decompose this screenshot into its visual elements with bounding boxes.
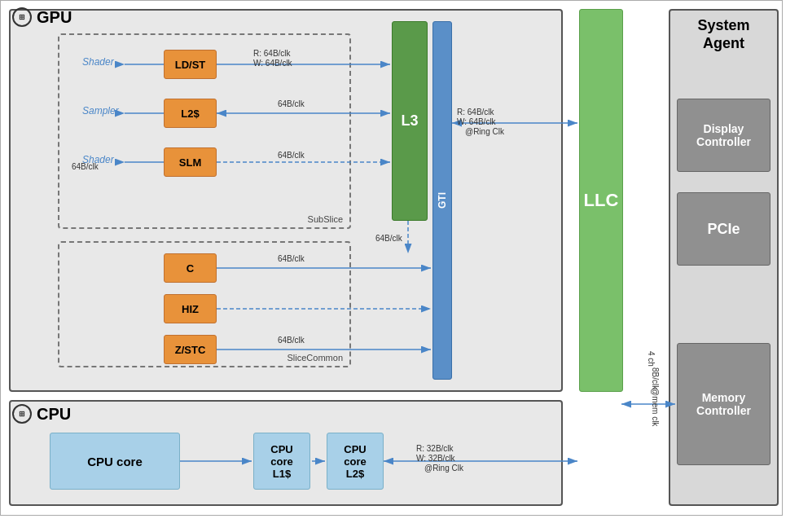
c-box: C: [164, 253, 217, 283]
ldst-box: LD/ST: [164, 50, 217, 79]
llc-box: LLC: [579, 9, 623, 392]
svg-text:4 ch: 4 ch: [647, 351, 656, 367]
zstc-box: Z/STC: [164, 335, 217, 364]
slicecommon-label: SliceCommon: [288, 353, 343, 363]
gpu-label: GPU: [37, 8, 72, 27]
system-agent-title: SystemAgent: [677, 17, 770, 52]
subslice-label: SubSlice: [308, 214, 343, 224]
slm-box: SLM: [164, 147, 217, 177]
cpu-label: CPU: [37, 405, 71, 424]
cpu-chip-icon: ⊞: [12, 404, 32, 424]
cpu-core-box: CPU core: [50, 433, 180, 490]
hiz-box: HIZ: [164, 294, 217, 323]
svg-text:@mem clk: @mem clk: [651, 388, 660, 427]
memory-controller-box: MemoryController: [677, 343, 770, 465]
shader1-label: Shader: [82, 56, 114, 68]
display-controller-box: DisplayController: [677, 99, 770, 172]
shader2-label: Shader: [82, 154, 114, 165]
l2s-box: L2$: [164, 99, 217, 128]
gti-box: GTI: [432, 21, 452, 380]
cpu-l1-box: CPUcoreL1$: [253, 433, 310, 490]
gpu-chip-icon: ⊞: [12, 7, 32, 27]
l3-box: L3: [392, 21, 428, 221]
cpu-l2-box: CPUcoreL2$: [327, 433, 384, 490]
gpu-title: ⊞ GPU: [12, 7, 72, 27]
cpu-title: ⊞ CPU: [12, 404, 71, 424]
sampler-label: Sampler: [82, 105, 119, 117]
diagram: ⊞ GPU SubSlice SliceCommon LD/ST L2$ SLM…: [0, 0, 783, 516]
pcie-box: PCIe: [677, 192, 770, 266]
svg-text:8B/clk: 8B/clk: [651, 367, 660, 390]
